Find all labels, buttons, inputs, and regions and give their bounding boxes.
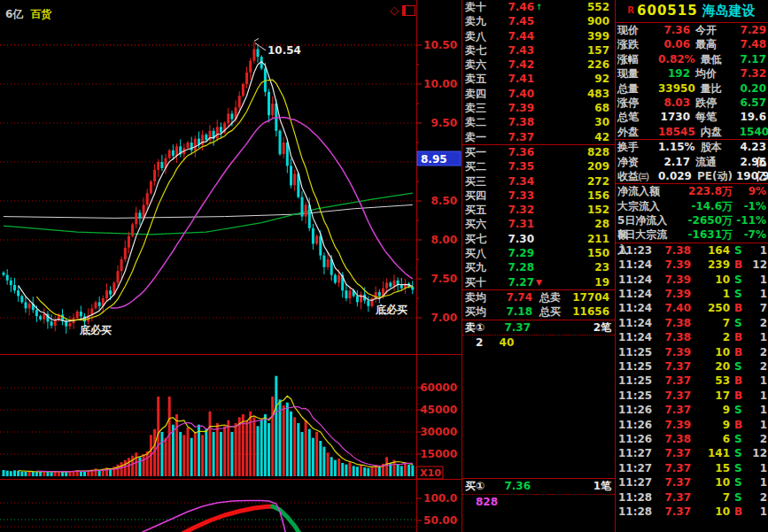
sell-queue-detail: 2 40 [462, 335, 615, 350]
tick-time: 11:26 [618, 403, 650, 417]
tick-time: 11:24 [618, 316, 650, 330]
level-name: 卖八 [465, 29, 493, 43]
arrow-slot [534, 115, 546, 129]
svg-text:9.50: 9.50 [431, 117, 457, 129]
level-price: 7.36 [493, 145, 534, 159]
info-label: 量比 [695, 81, 740, 96]
level-price: 7.31 [493, 217, 534, 231]
tick-side: B [730, 330, 744, 344]
tick-price: 7.38 [650, 316, 691, 330]
tick-time: 11:27 [618, 446, 650, 460]
info-label: 涨跌 [617, 37, 658, 51]
diamond-icon[interactable]: ◇ [390, 4, 399, 16]
tick-time: 11:28 [618, 490, 650, 505]
buy-level-row[interactable]: 买十7.27▼19 [462, 275, 615, 289]
sell-level-row[interactable]: 卖九7.45900 [462, 14, 615, 28]
level-name: 买五 [465, 203, 493, 217]
info-value: 19.6 [734, 110, 766, 124]
tick-side: S [730, 446, 744, 460]
tick-price: 7.39 [650, 418, 691, 432]
tick-row: 11:247.40250B7 [615, 301, 768, 315]
sell-level-row[interactable]: 卖一7.3742 [462, 130, 615, 144]
fundamentals: 换手1.15%股本4.23亿净资2.17流通2.96亿收益㈢0.029PE(动)… [615, 140, 768, 183]
up-arrow-icon: ↑ [534, 0, 546, 14]
tick-side: S [730, 287, 744, 301]
sell-level-row[interactable]: 卖四7.40483 [462, 87, 615, 101]
tick-side: B [730, 374, 744, 388]
sell-level-row[interactable]: 卖二7.3830 [462, 115, 615, 129]
tick-side: S [730, 243, 744, 258]
info-value: 8.03 [658, 96, 690, 110]
buy-level-row[interactable]: 买八7.29150 [462, 246, 615, 260]
tick-time: 11:24 [618, 273, 650, 287]
info-row: 总量33950量比0.20 [615, 81, 768, 96]
level-price: 7.45 [493, 14, 534, 28]
level-name: 买二 [465, 159, 493, 173]
buy-level-row[interactable]: 买四7.33156 [462, 189, 615, 203]
level-name: 买十 [465, 275, 493, 289]
svg-text:8.00: 8.00 [431, 234, 457, 246]
tick-side: S [730, 490, 744, 505]
info-label: 跌停 [690, 96, 734, 110]
sell-level-row[interactable]: 卖三7.3968 [462, 101, 615, 115]
kline-chart[interactable]: 10.54底必买底必买10.5010.009.508.508.007.507.0… [0, 0, 462, 532]
tick-volume: 9 [691, 403, 730, 417]
buy-queue-row[interactable]: 买① 7.36 1笔 [462, 479, 615, 493]
level-volume: 19 [546, 275, 609, 289]
buy-level-row[interactable]: 买七7.30211 [462, 232, 615, 246]
tick-list[interactable]: 11:237.38164S111:247.39239B1211:247.3910… [615, 243, 768, 519]
spacer [462, 509, 615, 532]
tick-row: 11:277.3715S1 [615, 461, 768, 475]
buy-level-row[interactable]: 买六7.3128 [462, 217, 615, 231]
tick-side: S [730, 316, 744, 330]
tick-price: 7.39 [650, 287, 691, 301]
level-volume: 157 [546, 43, 609, 58]
stock-name[interactable]: 海岛建设 [702, 3, 756, 19]
tick-count: 7 [744, 301, 767, 315]
level-price: 7.38 [493, 115, 534, 129]
info-row: 外盘18545内盘15405 [615, 125, 768, 139]
tick-side: S [730, 461, 744, 475]
level-volume: 211 [546, 232, 609, 246]
sell-level-row[interactable]: 卖十7.46↑552 [462, 0, 615, 14]
buy-level-row[interactable]: 买二7.35209 [462, 159, 615, 173]
money-flow-row: 净流入额223.8万9% [615, 184, 768, 198]
info-label: 总笔 [617, 110, 658, 124]
level-price: 7.29 [493, 246, 534, 260]
spacer [462, 350, 615, 478]
arrow-slot [534, 189, 546, 203]
sell-level-row[interactable]: 卖八7.44399 [462, 29, 615, 43]
level-volume: 23 [546, 260, 609, 274]
total-sell-label: 总卖 [532, 290, 564, 305]
total-buy-value: 11656 [564, 305, 609, 319]
tick-count: 1 [744, 418, 767, 432]
svg-text:45000: 45000 [420, 404, 457, 416]
tick-time: 11:23 [618, 243, 650, 258]
chart-panel: 10.54底必买底必买10.5010.009.508.508.007.507.0… [0, 0, 462, 532]
tick-price: 7.37 [650, 374, 691, 388]
sell-level-row[interactable]: 卖五7.4192 [462, 72, 615, 86]
money-flow-row: 5日净流入额-2650万-11% [615, 213, 768, 227]
tick-price: 7.37 [650, 475, 691, 490]
info-row: 涨跌0.06最高7.48 [615, 37, 768, 51]
level-price: 7.43 [493, 43, 534, 58]
info-label: 现价 [617, 23, 658, 37]
sell-level-row[interactable]: 卖七7.43157 [462, 43, 615, 58]
info-label: 今开 [690, 23, 734, 37]
sell-queue-row[interactable]: 卖① 7.37 2笔 [462, 320, 615, 335]
svg-text:7.00: 7.00 [431, 312, 457, 324]
buy-level-row[interactable]: 买三7.34272 [462, 174, 615, 189]
tick-count: 1 [744, 243, 767, 258]
level-name: 买七 [465, 232, 493, 246]
svg-text:7.50: 7.50 [431, 273, 457, 285]
sell-level-row[interactable]: 卖六7.42226 [462, 58, 615, 72]
stock-code[interactable]: 600515 [637, 3, 698, 19]
info-value: 190.9 [736, 169, 768, 183]
tick-volume: 17 [691, 389, 730, 403]
level-volume: 900 [546, 14, 609, 28]
buy-level-row[interactable]: 买五7.32152 [462, 203, 615, 217]
buy-level-row[interactable]: 买九7.2823 [462, 260, 615, 274]
split-window-icon[interactable] [402, 5, 415, 16]
buy-level-row[interactable]: 买一7.36828 [462, 145, 615, 159]
money-flow-row: 大宗流入-14.6万-1% [615, 199, 768, 213]
